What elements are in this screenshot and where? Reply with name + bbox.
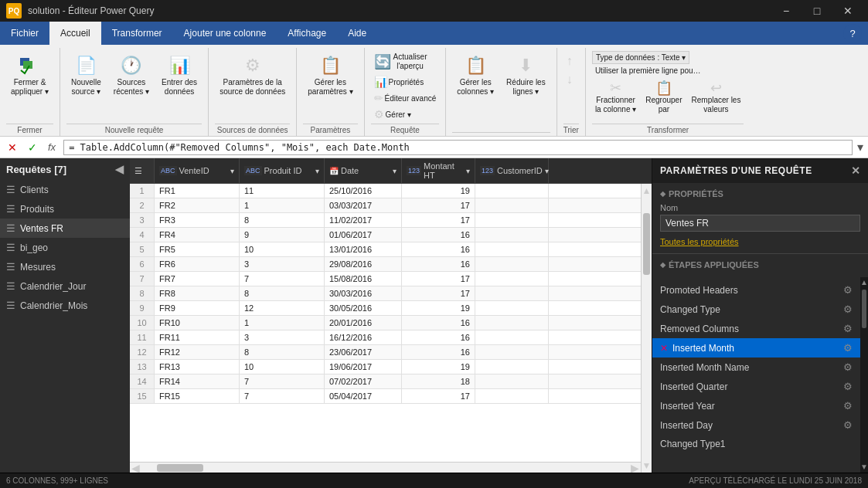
header-montant[interactable]: 123 Montant HT ▾ <box>402 158 475 183</box>
table-row[interactable]: 15 FR15 7 05/04/2017 17 <box>130 389 641 404</box>
header-customerid[interactable]: 123 CustomerID ▾ <box>475 158 549 183</box>
step-item[interactable]: Inserted Month Name ⚙ <box>652 358 860 377</box>
horizontal-scrollbar[interactable]: ◀ ▶ <box>130 462 641 473</box>
date-dropdown[interactable]: ▾ <box>393 167 397 175</box>
step-item[interactable]: Inserted Quarter ⚙ <box>652 377 860 396</box>
enter-data-button[interactable]: 📊 Entrer desdonnées <box>157 51 202 99</box>
header-date[interactable]: 📅 Date ▾ <box>325 158 402 183</box>
panel-close-button[interactable]: ✕ <box>851 164 861 177</box>
first-row-header-button[interactable]: Utiliser la première ligne pou… <box>592 65 704 76</box>
table-row[interactable]: 8 FR8 8 30/03/2016 17 <box>130 286 641 301</box>
refresh-button[interactable]: 🔄 Actualiserl'aperçu <box>371 51 431 73</box>
sidebar-item-clients[interactable]: ☰ Clients <box>0 180 130 199</box>
data-type-button[interactable]: Type de données : Texte ▾ <box>592 51 690 64</box>
steps-scroll-down[interactable]: ▼ <box>860 462 868 473</box>
tab-accueil[interactable]: Accueil <box>49 22 101 45</box>
tab-ajouter-colonne[interactable]: Ajouter une colonne <box>173 22 277 45</box>
table-row[interactable]: 2 FR2 1 03/03/2017 17 <box>130 198 641 213</box>
step-gear-icon[interactable]: ⚙ <box>843 400 853 412</box>
step-gear-icon[interactable]: ⚙ <box>843 419 853 431</box>
customerid-dropdown[interactable]: ▾ <box>545 167 549 175</box>
formula-confirm[interactable]: ✓ <box>25 141 40 154</box>
step-gear-icon[interactable]: ⚙ <box>843 284 853 296</box>
tab-aide[interactable]: Aide <box>337 22 377 45</box>
table-row[interactable]: 14 FR14 7 07/02/2017 18 <box>130 374 641 389</box>
step-gear-icon[interactable]: ⚙ <box>843 342 853 354</box>
scroll-right-button[interactable]: ▶ <box>629 462 641 473</box>
step-item[interactable]: Inserted Year ⚙ <box>652 396 860 415</box>
sidebar-item-calendrier-mois[interactable]: ☰ Calendrier_Mois <box>0 296 130 315</box>
step-item[interactable]: Inserted Day ⚙ <box>652 415 860 435</box>
table-row[interactable]: 1 FR1 11 25/10/2016 19 <box>130 184 641 198</box>
reduce-rows-button[interactable]: ⬇ Réduire leslignes ▾ <box>502 51 550 99</box>
table-row[interactable]: 4 FR4 9 01/06/2017 16 <box>130 228 641 242</box>
table-row[interactable]: 6 FR6 3 29/08/2016 16 <box>130 257 641 272</box>
table-row[interactable]: 7 FR7 7 15/08/2016 17 <box>130 272 641 286</box>
step-item[interactable]: Promoted Headers ⚙ <box>652 280 860 300</box>
sort-desc-button[interactable]: ↓ <box>563 71 576 88</box>
tab-affichage[interactable]: Affichage <box>277 22 337 45</box>
tab-transformer[interactable]: Transformer <box>101 22 173 45</box>
properties-button[interactable]: 📊 Propriétés <box>371 74 440 90</box>
formula-expand-button[interactable]: ▾ <box>857 140 863 154</box>
step-gear-icon[interactable]: ⚙ <box>843 303 853 315</box>
manage-params-button[interactable]: 📋 Gérer lesparamètres ▾ <box>303 51 357 99</box>
formula-input[interactable]: = Table.AddColumn(#"Removed Columns", "M… <box>63 140 853 155</box>
formula-cancel[interactable]: ✕ <box>5 141 20 154</box>
table-row[interactable]: 3 FR3 8 11/02/2017 17 <box>130 213 641 228</box>
manage-button[interactable]: ⚙ Gérer ▾ <box>371 107 440 122</box>
table-row[interactable]: 10 FR10 1 20/01/2016 16 <box>130 316 641 330</box>
step-gear-icon[interactable]: ⚙ <box>843 361 853 373</box>
scroll-up-button[interactable]: ▲ <box>642 184 652 198</box>
sort-asc-button[interactable]: ↑ <box>563 53 576 69</box>
vertical-scrollbar[interactable]: ▲ ▼ <box>641 184 652 473</box>
table-row[interactable]: 12 FR12 8 23/06/2017 16 <box>130 345 641 360</box>
new-source-button[interactable]: 📄 Nouvellesource ▾ <box>66 51 106 99</box>
step-item[interactable]: Removed Columns ⚙ <box>652 319 860 338</box>
minimize-button[interactable]: − <box>772 0 800 22</box>
manage-columns-button[interactable]: 📋 Gérer lescolonnes ▾ <box>452 51 499 99</box>
cell-venteid: FR15 <box>155 389 240 403</box>
produitid-dropdown[interactable]: ▾ <box>315 167 319 175</box>
sidebar-collapse-button[interactable]: ◀ <box>115 163 124 175</box>
venteid-dropdown[interactable]: ▾ <box>230 167 234 175</box>
step-gear-icon[interactable]: ⚙ <box>843 381 853 392</box>
name-value[interactable]: Ventes FR <box>660 215 860 232</box>
all-properties-link[interactable]: Toutes les propriétés <box>660 237 739 246</box>
replace-values-button[interactable]: ↩ Remplacer lesvaleurs <box>689 79 744 116</box>
group-by-button[interactable]: 📋 Regrouperpar <box>642 79 685 116</box>
steps-scroll-thumb[interactable] <box>862 290 866 328</box>
scroll-left-button[interactable]: ◀ <box>130 462 141 473</box>
sidebar-item-ventes-fr[interactable]: ☰ Ventes FR <box>0 219 130 238</box>
scroll-v-thumb[interactable] <box>643 213 650 275</box>
split-column-button[interactable]: ✂ Fractionnerla colonne ▾ <box>592 79 639 116</box>
close-button[interactable]: ✕ <box>834 0 862 22</box>
step-item[interactable]: Changed Type ⚙ <box>652 300 860 319</box>
sidebar-item-mesures[interactable]: ☰ Mesures <box>0 257 130 276</box>
sidebar-item-produits[interactable]: ☰ Produits <box>0 199 130 219</box>
table-row[interactable]: 9 FR9 12 30/05/2016 19 <box>130 301 641 316</box>
table-row[interactable]: 11 FR11 3 16/12/2016 16 <box>130 330 641 345</box>
scroll-h-thumb[interactable] <box>157 464 203 472</box>
maximize-button[interactable]: □ <box>803 0 831 22</box>
montant-dropdown[interactable]: ▾ <box>466 167 470 175</box>
step-delete-icon[interactable]: ✕ <box>660 343 668 354</box>
sidebar-item-calendrier-jour[interactable]: ☰ Calendrier_Jour <box>0 276 130 296</box>
help-button[interactable]: ? <box>843 24 862 42</box>
tab-fichier[interactable]: Fichier <box>0 22 49 45</box>
recent-sources-button[interactable]: 🕐 Sourcesrécentes ▾ <box>109 51 154 99</box>
step-item[interactable]: ✕ Inserted Month ⚙ <box>652 338 860 358</box>
steps-scrollbar[interactable]: ▲ ▼ <box>860 277 868 473</box>
table-row[interactable]: 5 FR5 10 13/01/2016 16 <box>130 242 641 257</box>
close-apply-button[interactable]: Fermer &appliquer ▾ <box>6 51 53 99</box>
table-row[interactable]: 13 FR13 10 19/06/2017 19 <box>130 360 641 374</box>
step-gear-icon[interactable]: ⚙ <box>843 323 853 334</box>
step-item[interactable]: Changed Type1 <box>652 435 860 453</box>
header-venteid[interactable]: ABC VenteID ▾ <box>155 158 240 183</box>
advanced-editor-button[interactable]: ✏ Éditeur avancé <box>371 90 440 106</box>
steps-scroll-up[interactable]: ▲ <box>860 277 868 288</box>
header-produitid[interactable]: ABC Produit ID ▾ <box>240 158 325 183</box>
scroll-down-button[interactable]: ▼ <box>642 459 652 473</box>
data-source-settings-button[interactable]: ⚙ Paramètres de lasource de données <box>215 51 290 99</box>
sidebar-item-bi-geo[interactable]: ☰ bi_geo <box>0 238 130 257</box>
